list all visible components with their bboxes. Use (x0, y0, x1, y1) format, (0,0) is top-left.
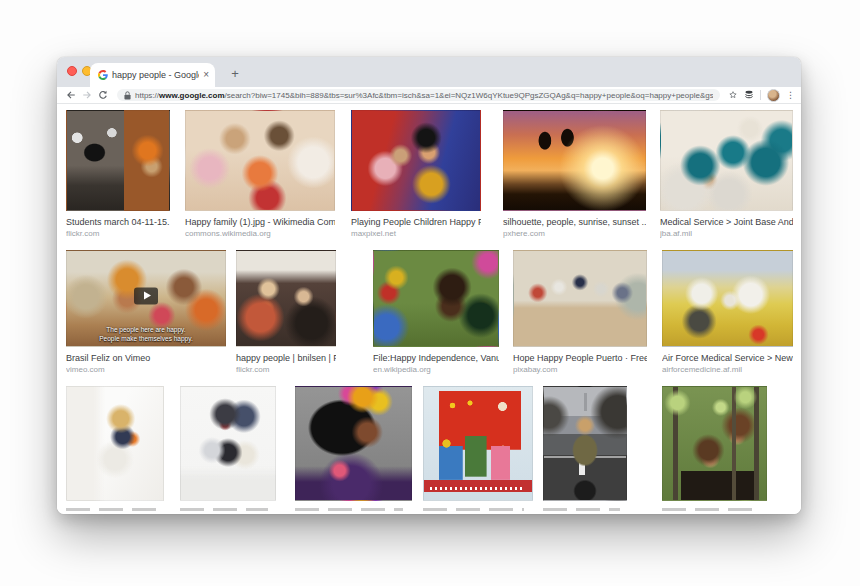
extension-stack-icon[interactable] (744, 90, 754, 100)
url-host: www.google.com (159, 91, 224, 100)
result-domain: en.wikipedia.org (373, 365, 499, 374)
bookmark-star-icon[interactable] (728, 90, 738, 100)
result-woman-flower-crown[interactable] (295, 386, 412, 511)
thumbnail-girl-white-chair[interactable] (66, 386, 164, 501)
thumbnail-photographer-mall[interactable] (543, 386, 627, 501)
video-subtitle-line1: The people here are happy. (67, 326, 225, 334)
result-domain: pixabay.com (513, 365, 647, 374)
result-photographer-mall[interactable] (543, 386, 627, 511)
result-title[interactable]: Air Force Medical Service > News > ... (662, 353, 793, 363)
tab-title: happy people - Google Search (112, 70, 199, 80)
forward-icon[interactable] (80, 88, 94, 102)
result-family-studio-portrait[interactable] (180, 386, 276, 511)
result-title[interactable]: silhouette, people, sunrise, sunset ... (503, 217, 646, 227)
clipped-caption (543, 508, 620, 511)
clipped-caption (662, 508, 759, 511)
thumbnail-beach-jump[interactable] (513, 250, 647, 347)
browser-toolbar: https://www.google.com/search?biw=1745&b… (57, 87, 801, 104)
chrome-menu-icon[interactable]: ⋮ (786, 91, 795, 100)
tab-close-icon[interactable]: × (203, 70, 209, 80)
result-title[interactable]: Playing People Children Happy Fun ... (351, 217, 481, 227)
thumbnail-medical-service-group[interactable] (660, 110, 793, 211)
thumbnail-playing-children[interactable] (351, 110, 481, 211)
result-playing-children[interactable]: Playing People Children Happy Fun ... ma… (351, 110, 481, 238)
reload-icon[interactable] (96, 88, 110, 102)
result-domain: vimeo.com (66, 365, 226, 374)
tab-happy-people[interactable]: happy people - Google Search × (90, 63, 215, 87)
thumbnail-propaganda-poster[interactable] (423, 386, 533, 501)
result-domain: commons.wikimedia.org (185, 229, 335, 238)
result-domain: flickr.com (236, 365, 336, 374)
result-domain: maxpixel.net (351, 229, 481, 238)
result-title[interactable]: File:Happy Independence, Vanuatu... (373, 353, 499, 363)
back-icon[interactable] (64, 88, 78, 102)
thumbnail-vanuatu-child-flags[interactable] (373, 250, 499, 347)
secure-lock-icon (124, 91, 131, 100)
result-domain: jba.af.mil (660, 229, 793, 238)
result-brasil-feliz-video[interactable]: The people here are happy. People make t… (66, 250, 226, 374)
thumbnail-family-studio-portrait[interactable] (180, 386, 276, 501)
clipped-caption (66, 508, 156, 511)
result-title[interactable]: Happy family (1).jpg - Wikimedia Commons (185, 217, 335, 227)
play-button-icon[interactable] (134, 287, 158, 304)
thumbnail-two-women-forest[interactable] (662, 386, 767, 501)
result-title[interactable]: Brasil Feliz on Vimeo (66, 353, 226, 363)
thumbnail-happy-family[interactable] (185, 110, 335, 211)
video-subtitle-line2: People make themselves happy. (67, 335, 225, 343)
play-triangle-icon (144, 292, 151, 300)
result-title[interactable]: happy people | bnilsen | Flickr (236, 353, 336, 363)
clipped-caption (295, 508, 403, 511)
google-g-favicon-icon (98, 70, 108, 80)
new-tab-button[interactable]: + (225, 64, 245, 84)
image-search-results: Students march 04-11-15. | ... flickr.co… (57, 104, 801, 514)
clipped-caption (180, 508, 268, 511)
result-happy-people-flickr[interactable]: happy people | bnilsen | Flickr flickr.c… (236, 250, 336, 374)
result-two-women-forest[interactable] (662, 386, 767, 511)
thumbnail-brasil-feliz-video[interactable]: The people here are happy. People make t… (66, 250, 226, 347)
thumbnail-two-women[interactable] (236, 250, 336, 347)
result-domain: flickr.com (66, 229, 170, 238)
url-scheme: https:// (135, 91, 159, 100)
close-window-button[interactable] (67, 66, 77, 76)
video-subtitle-overlay: The people here are happy. People make t… (67, 326, 225, 343)
thumbnail-woman-flower-crown[interactable] (295, 386, 412, 501)
thumbnail-color-run[interactable] (662, 250, 793, 347)
result-beach-jump[interactable]: Hope Happy People Puerto · Free phot... … (513, 250, 647, 374)
result-medical-service-group[interactable]: Medical Service > Joint Base Andrew... j… (660, 110, 793, 238)
result-title[interactable]: Medical Service > Joint Base Andrew... (660, 217, 793, 227)
tab-strip: happy people - Google Search × + (57, 57, 801, 87)
url-path: /search?biw=1745&bih=889&tbs=sur%3Afc&tb… (225, 91, 714, 100)
result-girl-white-chair[interactable] (66, 386, 164, 511)
result-sunset-silhouette[interactable]: silhouette, people, sunrise, sunset ... … (503, 110, 646, 238)
result-air-force-color-run[interactable]: Air Force Medical Service > News > ... a… (662, 250, 793, 374)
result-title[interactable]: Hope Happy People Puerto · Free phot... (513, 353, 647, 363)
result-vanuatu-independence[interactable]: File:Happy Independence, Vanuatu... en.w… (373, 250, 499, 374)
thumbnail-sunset-silhouette[interactable] (503, 110, 646, 211)
clipped-caption (423, 508, 524, 511)
result-domain: airforcemedicine.af.mil (662, 365, 793, 374)
result-happy-family[interactable]: Happy family (1).jpg - Wikimedia Commons… (185, 110, 335, 238)
result-propaganda-poster[interactable] (423, 386, 533, 511)
result-protest-march[interactable]: Students march 04-11-15. | ... flickr.co… (66, 110, 170, 238)
result-title[interactable]: Students march 04-11-15. | ... (66, 217, 170, 227)
profile-avatar[interactable] (767, 89, 780, 102)
toolbar-divider (760, 90, 761, 100)
thumbnail-protest-march[interactable] (66, 110, 170, 211)
url-text: https://www.google.com/search?biw=1745&b… (135, 91, 713, 100)
address-bar[interactable]: https://www.google.com/search?biw=1745&b… (117, 89, 720, 101)
result-domain: pxhere.com (503, 229, 646, 238)
browser-window: happy people - Google Search × + https:/… (57, 57, 801, 514)
